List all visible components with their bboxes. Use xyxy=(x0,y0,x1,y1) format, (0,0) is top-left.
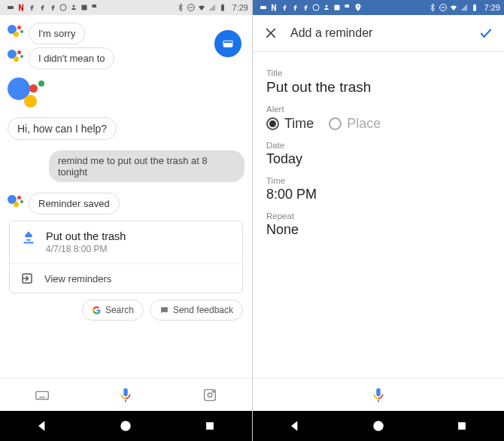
status-time: 7:29 xyxy=(484,3,500,12)
bluetooth-icon xyxy=(176,3,185,12)
lens-icon[interactable] xyxy=(202,387,218,403)
svg-point-26 xyxy=(326,5,328,8)
notif-icon xyxy=(6,3,15,12)
conversation: I'm sorry I didn't mean to Hi, how can I… xyxy=(0,15,252,378)
app-icon-3 xyxy=(332,3,342,12)
fb-icon-3 xyxy=(301,3,310,12)
netflix-icon xyxy=(269,3,278,12)
flag-icon xyxy=(90,3,99,12)
alert-field: Alert Time Place xyxy=(266,105,490,132)
assistant-input-bar xyxy=(0,378,252,411)
svg-point-35 xyxy=(376,424,381,428)
home-icon[interactable] xyxy=(119,419,132,433)
time-label: Time xyxy=(266,176,490,185)
assistant-bubble: I'm sorry xyxy=(29,23,85,44)
wifi-icon xyxy=(449,3,458,12)
fb-icon-3 xyxy=(48,3,57,12)
status-bar: 7:29 xyxy=(253,0,504,15)
assistant-avatar-icon xyxy=(8,193,24,209)
dnd-icon xyxy=(187,3,196,12)
wifi-icon xyxy=(197,3,206,12)
recents-icon[interactable] xyxy=(455,419,469,433)
assistant-bubble: Reminder saved xyxy=(29,193,120,214)
app-icon-2 xyxy=(322,3,331,12)
assistant-avatar-large-icon xyxy=(8,75,45,113)
bluetooth-icon xyxy=(428,3,437,12)
android-nav-bar xyxy=(253,411,504,441)
back-icon[interactable] xyxy=(288,419,302,433)
close-icon[interactable] xyxy=(263,26,278,41)
app-icon-2 xyxy=(69,3,78,12)
header-title: Add a reminder xyxy=(290,26,466,40)
reminder-card[interactable]: Put out the trash 4/7/18 8:00 PM View re… xyxy=(9,220,243,293)
google-g-icon xyxy=(92,306,102,315)
reminder-title: Put out the trash xyxy=(46,230,126,242)
svg-rect-27 xyxy=(335,5,340,11)
mic-icon[interactable] xyxy=(370,387,387,403)
date-value: Today xyxy=(266,151,490,167)
time-value: 8:00 PM xyxy=(266,187,490,202)
svg-rect-0 xyxy=(8,6,14,9)
cell-icon xyxy=(208,3,217,12)
alert-place-radio[interactable]: Place xyxy=(329,116,381,132)
app-icon xyxy=(311,3,320,12)
svg-rect-6 xyxy=(221,5,224,11)
svg-rect-31 xyxy=(474,5,475,5)
flag-icon xyxy=(343,3,352,12)
view-reminders-icon xyxy=(20,272,34,285)
svg-point-25 xyxy=(313,5,319,11)
form-header: Add a reminder xyxy=(253,15,504,51)
location-icon xyxy=(354,3,363,12)
svg-rect-23 xyxy=(207,423,214,430)
repeat-label: Repeat xyxy=(266,211,490,220)
svg-point-2 xyxy=(73,5,75,8)
notif-icon xyxy=(259,3,268,12)
assistant-input-bar xyxy=(253,378,504,411)
alert-time-radio[interactable]: Time xyxy=(266,116,314,132)
dnd-icon xyxy=(439,3,448,12)
netflix-icon xyxy=(17,3,26,12)
view-reminders-button[interactable]: View reminders xyxy=(10,263,242,293)
inbox-icon xyxy=(221,37,235,50)
reminder-datetime: 4/7/18 8:00 PM xyxy=(46,244,126,254)
svg-point-20 xyxy=(213,391,214,392)
svg-point-19 xyxy=(208,393,212,397)
svg-rect-3 xyxy=(82,5,87,11)
cell-icon xyxy=(460,3,469,12)
assistant-bubble: I didn't mean to xyxy=(29,47,114,69)
date-label: Date xyxy=(266,141,490,150)
mic-icon[interactable] xyxy=(117,387,134,403)
keyboard-icon[interactable] xyxy=(34,387,50,403)
app-icon xyxy=(59,3,68,12)
svg-rect-9 xyxy=(223,41,232,43)
search-chip[interactable]: Search xyxy=(82,300,144,321)
svg-rect-7 xyxy=(222,5,223,5)
svg-rect-36 xyxy=(459,423,466,430)
svg-point-22 xyxy=(123,424,128,428)
assistant-greeting: Hi, how can I help? xyxy=(8,117,117,140)
repeat-value: None xyxy=(266,222,490,238)
confirm-check-icon[interactable] xyxy=(478,26,493,41)
fb-icon xyxy=(280,3,289,12)
back-icon[interactable] xyxy=(35,419,49,433)
fb-icon-2 xyxy=(290,3,299,12)
home-icon[interactable] xyxy=(372,419,385,433)
status-bar: 7:29 xyxy=(0,0,252,15)
view-reminders-label: View reminders xyxy=(44,273,111,284)
fb-icon xyxy=(27,3,36,12)
repeat-field[interactable]: Repeat None xyxy=(266,211,490,238)
android-nav-bar xyxy=(0,411,252,441)
battery-icon xyxy=(470,3,479,12)
user-bubble: remind me to put out the trash at 8 toni… xyxy=(49,151,244,182)
reminder-form: Title Put out the trash Alert Time Place xyxy=(253,52,504,378)
phone-right: 7:29 Add a reminder Title Put out the tr… xyxy=(252,0,504,441)
inbox-fab[interactable] xyxy=(214,30,241,57)
title-label: Title xyxy=(266,68,490,78)
svg-point-1 xyxy=(60,5,66,11)
date-field[interactable]: Date Today xyxy=(266,141,490,167)
recents-icon[interactable] xyxy=(203,419,217,433)
feedback-chip[interactable]: Send feedback xyxy=(150,300,243,321)
time-field[interactable]: Time 8:00 PM xyxy=(266,176,490,202)
title-field[interactable]: Title Put out the trash xyxy=(266,68,490,96)
alert-time-label: Time xyxy=(284,116,314,132)
